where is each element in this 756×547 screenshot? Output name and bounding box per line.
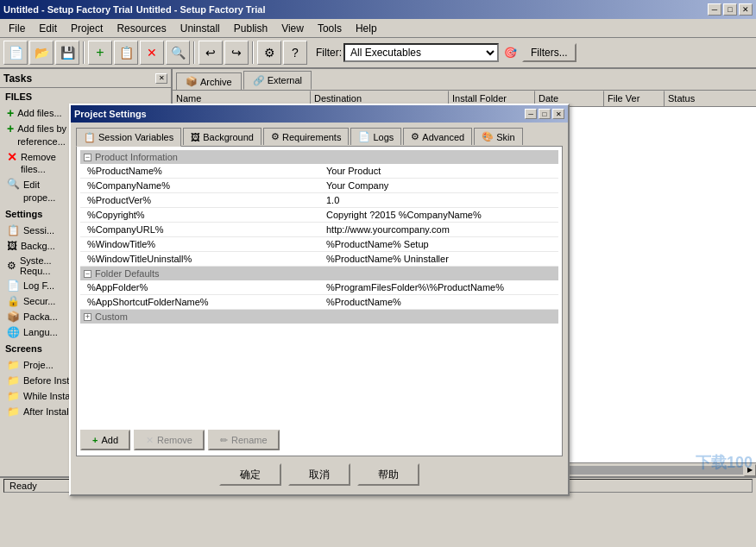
- session-vars-icon: 📋: [84, 132, 96, 143]
- expand-folder-btn[interactable]: −: [84, 270, 91, 278]
- var-row-product-ver: %ProductVer% 1.0: [80, 193, 558, 208]
- save-button[interactable]: 💾: [55, 41, 79, 65]
- menu-view[interactable]: View: [274, 21, 311, 36]
- dialog-title-bar: Project Settings ─ □ ✕: [71, 105, 568, 123]
- filter-icon: 🎯: [504, 47, 517, 59]
- add-var-icon: +: [92, 435, 98, 445]
- tab-advanced[interactable]: ⚙ Advanced: [403, 128, 472, 145]
- dialog-project-settings: Project Settings ─ □ ✕ 📋 Session Variabl…: [69, 104, 570, 496]
- remove-var-icon: ✕: [146, 435, 154, 446]
- title-bar-text: Untitled - Setup Factory Trial: [136, 4, 708, 15]
- menu-resources[interactable]: Resources: [110, 21, 173, 36]
- var-table: − Product Information %ProductName% Your…: [80, 150, 558, 324]
- logs-icon: 📄: [358, 131, 370, 142]
- menu-project[interactable]: Project: [64, 21, 110, 36]
- tasks-close-button[interactable]: ✕: [155, 73, 167, 84]
- section-custom: + Custom: [80, 310, 558, 324]
- content-tab-bar: 📦 Archive 🔗 External: [173, 69, 756, 90]
- expand-custom-btn[interactable]: +: [84, 313, 91, 321]
- tab-session-variables[interactable]: 📋 Session Variables: [76, 128, 181, 147]
- menu-tools[interactable]: Tools: [311, 21, 349, 36]
- section-folder-defaults: − Folder Defaults: [80, 267, 558, 281]
- help-dialog-button[interactable]: 帮助: [357, 463, 419, 486]
- tab-skin[interactable]: 🎨 Skin: [474, 128, 522, 145]
- var-row-window-title: %WindowTitle% %ProductName% Setup: [80, 237, 558, 252]
- window-title: Untitled - Setup Factory Trial: [3, 4, 133, 15]
- var-row-company-name: %CompanyName% Your Company: [80, 179, 558, 193]
- col-file-ver[interactable]: File Ver: [604, 91, 665, 106]
- archive-icon: 📦: [186, 76, 198, 87]
- add-var-button[interactable]: + Add: [80, 430, 130, 450]
- toolbar: 📄 📂 💾 + 📋 ✕ 🔍 ↩ ↪ ⚙ ? Filter: All Execut…: [0, 38, 756, 69]
- new-button[interactable]: 📄: [3, 41, 28, 65]
- dialog-maximize-btn[interactable]: □: [539, 109, 551, 119]
- menu-uninstall[interactable]: Uninstall: [173, 21, 227, 36]
- folder-icon-before: 📁: [7, 374, 20, 387]
- remove-button[interactable]: ✕: [140, 41, 164, 65]
- rename-var-button[interactable]: ✏ Rename: [208, 430, 280, 450]
- expand-product-btn[interactable]: −: [84, 154, 91, 161]
- var-row-copyright: %Copyright% Copyright ?2015 %CompanyName…: [80, 208, 558, 223]
- var-row-shortcut-folder: %AppShortcutFolderName% %ProductName%: [80, 295, 558, 310]
- background-icon: 🖼: [191, 132, 200, 142]
- dialog-footer: 确定 取消 帮助: [76, 456, 563, 489]
- rename-var-icon: ✏: [220, 435, 228, 446]
- var-actions: + Add ✕ Remove ✏ Rename: [80, 426, 558, 452]
- tab-archive[interactable]: 📦 Archive: [176, 72, 242, 90]
- hscroll-right-btn[interactable]: ▶: [744, 464, 756, 476]
- menu-bar: File Edit Project Resources Uninstall Pu…: [0, 19, 756, 38]
- dialog-tab-bar: 📋 Session Variables 🖼 Background ⚙ Requi…: [76, 128, 563, 147]
- requirements-icon: ⚙: [271, 131, 280, 142]
- tasks-title: Tasks: [3, 72, 32, 85]
- maximize-button[interactable]: □: [723, 3, 737, 16]
- col-status[interactable]: Status: [665, 91, 756, 106]
- filter-label: Filter:: [316, 47, 342, 59]
- filters-button[interactable]: Filters...: [522, 43, 576, 62]
- redo-button[interactable]: ↪: [224, 41, 249, 65]
- menu-help[interactable]: Help: [349, 21, 384, 36]
- open-button[interactable]: 📂: [29, 41, 54, 65]
- tasks-header: Tasks ✕: [0, 69, 171, 88]
- search-button[interactable]: 🔍: [166, 41, 190, 65]
- folder-icon-while: 📁: [7, 390, 20, 402]
- tab-logs[interactable]: 📄 Logs: [350, 128, 401, 145]
- folder-icon-after: 📁: [7, 406, 20, 418]
- settings-button[interactable]: ⚙: [257, 41, 281, 65]
- var-table-container: − Product Information %ProductName% Your…: [80, 150, 558, 426]
- tab-requirements[interactable]: ⚙ Requirements: [263, 128, 349, 145]
- add-ref-button[interactable]: 📋: [114, 41, 138, 65]
- menu-file[interactable]: File: [2, 21, 32, 36]
- undo-button[interactable]: ↩: [198, 41, 223, 65]
- var-row-company-url: %CompanyURL% http://www.yourcompany.com: [80, 223, 558, 237]
- external-icon: 🔗: [253, 75, 265, 86]
- var-row-window-title-uninstall: %WindowTitleUninstall% %ProductName% Uni…: [80, 252, 558, 267]
- status-ready: Ready: [3, 479, 72, 493]
- dialog-minimize-btn[interactable]: ─: [525, 109, 537, 119]
- var-row-product-name: %ProductName% Your Product: [80, 164, 558, 179]
- files-section-header: FILES: [0, 88, 171, 105]
- var-row-app-folder: %AppFolder% %ProgramFilesFolder%\%Produc…: [80, 280, 558, 295]
- dialog-title-text: Project Settings: [74, 109, 147, 119]
- close-button[interactable]: ✕: [739, 3, 753, 16]
- filter-select[interactable]: All Executables All Files DLLs: [343, 43, 499, 62]
- advanced-icon: ⚙: [411, 131, 419, 142]
- dialog-content: 📋 Session Variables 🖼 Background ⚙ Requi…: [71, 123, 568, 494]
- tab-external[interactable]: 🔗 External: [243, 71, 312, 90]
- ok-button[interactable]: 确定: [219, 463, 281, 486]
- skin-icon: 🎨: [482, 131, 494, 142]
- cancel-button[interactable]: 取消: [288, 463, 350, 486]
- menu-publish[interactable]: Publish: [227, 21, 274, 36]
- remove-var-button[interactable]: ✕ Remove: [134, 430, 205, 450]
- minimize-button[interactable]: ─: [708, 3, 721, 16]
- window: Untitled - Setup Factory Trial Untitled …: [0, 0, 756, 547]
- section-product-info: − Product Information: [80, 150, 558, 164]
- add-files-button[interactable]: +: [88, 41, 112, 65]
- dialog-close-btn[interactable]: ✕: [552, 109, 564, 119]
- help-button[interactable]: ?: [283, 41, 307, 65]
- tab-background[interactable]: 🖼 Background: [183, 128, 261, 145]
- title-bar: Untitled - Setup Factory Trial Untitled …: [0, 0, 756, 19]
- menu-edit[interactable]: Edit: [32, 21, 64, 36]
- tab-content-panel: − Product Information %ProductName% Your…: [76, 146, 563, 456]
